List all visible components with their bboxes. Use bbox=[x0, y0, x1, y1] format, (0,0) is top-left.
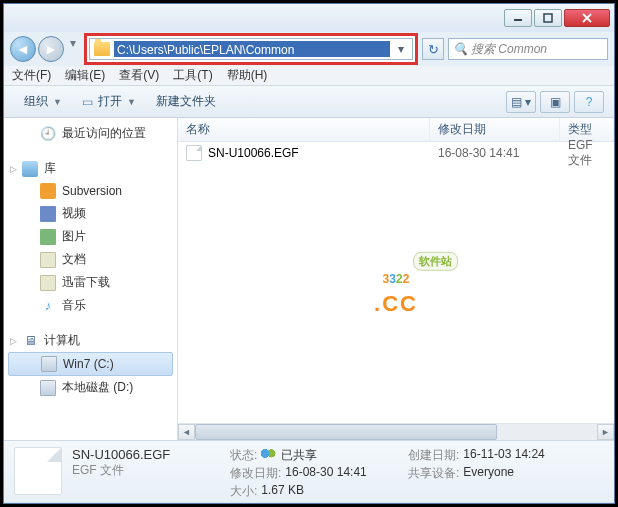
pictures-icon bbox=[40, 229, 56, 245]
tree-docs[interactable]: 文档 bbox=[4, 248, 177, 271]
preview-pane-button[interactable]: ▣ bbox=[540, 91, 570, 113]
menu-tools[interactable]: 工具(T) bbox=[173, 67, 212, 84]
shared-value: Everyone bbox=[463, 465, 514, 481]
tree-svn[interactable]: Subversion bbox=[4, 180, 177, 202]
search-placeholder: 搜索 Common bbox=[471, 41, 547, 58]
folder-icon bbox=[94, 42, 110, 56]
view-options-button[interactable]: ▤ ▾ bbox=[506, 91, 536, 113]
nav-row: ◄ ► ▾ C:\Users\Public\EPLAN\Common ▾ ↻ 🔍… bbox=[4, 32, 614, 66]
nav-tree: 🕘最近访问的位置 ▷库 Subversion 视频 图片 文档 迅雷下载 ♪音乐… bbox=[4, 118, 178, 440]
search-input[interactable]: 🔍 搜索 Common bbox=[448, 38, 608, 60]
col-modified[interactable]: 修改日期 bbox=[430, 118, 560, 141]
status-value: 已共享 bbox=[281, 447, 317, 463]
file-list: 名称 修改日期 类型 SN-U10066.EGF 16-08-30 14:41 … bbox=[178, 118, 614, 440]
svg-rect-1 bbox=[544, 14, 552, 22]
expand-icon[interactable]: ▷ bbox=[10, 164, 17, 174]
docs-icon bbox=[40, 252, 56, 268]
tree-pictures[interactable]: 图片 bbox=[4, 225, 177, 248]
menu-file[interactable]: 文件(F) bbox=[12, 67, 51, 84]
xunlei-icon bbox=[40, 275, 56, 291]
address-highlight: C:\Users\Public\EPLAN\Common ▾ bbox=[84, 33, 418, 65]
titlebar bbox=[4, 4, 614, 32]
file-name: SN-U10066.EGF bbox=[208, 146, 299, 160]
music-icon: ♪ bbox=[40, 298, 56, 314]
menu-edit[interactable]: 编辑(E) bbox=[65, 67, 105, 84]
tree-recent[interactable]: 🕘最近访问的位置 bbox=[4, 122, 177, 145]
menu-view[interactable]: 查看(V) bbox=[119, 67, 159, 84]
menubar: 文件(F) 编辑(E) 查看(V) 工具(T) 帮助(H) bbox=[4, 66, 614, 86]
back-button[interactable]: ◄ bbox=[10, 36, 36, 62]
library-icon bbox=[22, 161, 38, 177]
tree-c-drive[interactable]: Win7 (C:) bbox=[8, 352, 173, 376]
scroll-thumb[interactable] bbox=[195, 424, 497, 440]
scroll-track[interactable] bbox=[195, 424, 597, 440]
drive-icon bbox=[40, 380, 56, 396]
share-icon bbox=[261, 447, 277, 463]
file-modified: 16-08-30 14:41 bbox=[430, 146, 560, 160]
address-bar[interactable]: C:\Users\Public\EPLAN\Common ▾ bbox=[89, 38, 413, 60]
organize-button[interactable]: 组织▼ bbox=[14, 90, 72, 113]
menu-help[interactable]: 帮助(H) bbox=[227, 67, 268, 84]
size-label: 大小: bbox=[230, 483, 257, 499]
file-icon bbox=[186, 145, 202, 161]
forward-button[interactable]: ► bbox=[38, 36, 64, 62]
recent-icon: 🕘 bbox=[40, 126, 56, 142]
video-icon bbox=[40, 206, 56, 222]
tree-computer[interactable]: ▷🖥计算机 bbox=[4, 329, 177, 352]
watermark: 3322 软件站 .CC bbox=[374, 254, 418, 317]
h-scrollbar[interactable]: ◄ ► bbox=[178, 423, 614, 440]
minimize-button[interactable] bbox=[504, 9, 532, 27]
new-folder-button[interactable]: 新建文件夹 bbox=[146, 90, 226, 113]
tree-music[interactable]: ♪音乐 bbox=[4, 294, 177, 317]
modified-label: 修改日期: bbox=[230, 465, 281, 481]
details-pane: SN-U10066.EGF EGF 文件 状态:已共享 创建日期:16-11-0… bbox=[4, 440, 614, 502]
explorer-window: ◄ ► ▾ C:\Users\Public\EPLAN\Common ▾ ↻ 🔍… bbox=[3, 3, 615, 504]
details-file-icon bbox=[14, 447, 62, 495]
col-name[interactable]: 名称 bbox=[178, 118, 430, 141]
tree-library[interactable]: ▷库 bbox=[4, 157, 177, 180]
size-value: 1.67 KB bbox=[261, 483, 304, 499]
tree-d-drive[interactable]: 本地磁盘 (D:) bbox=[4, 376, 177, 399]
help-icon-button[interactable]: ? bbox=[574, 91, 604, 113]
file-type: EGF 文件 bbox=[560, 138, 614, 169]
open-button[interactable]: ▭打开▼ bbox=[72, 90, 146, 113]
svn-icon bbox=[40, 183, 56, 199]
file-row[interactable]: SN-U10066.EGF 16-08-30 14:41 EGF 文件 bbox=[178, 142, 614, 164]
nav-history-dropdown[interactable]: ▾ bbox=[66, 36, 80, 50]
tree-xunlei[interactable]: 迅雷下载 bbox=[4, 271, 177, 294]
expand-icon[interactable]: ▷ bbox=[10, 336, 17, 346]
column-header: 名称 修改日期 类型 bbox=[178, 118, 614, 142]
scroll-right-button[interactable]: ► bbox=[597, 424, 614, 440]
search-icon: 🔍 bbox=[453, 42, 467, 56]
details-filename: SN-U10066.EGF bbox=[72, 447, 222, 462]
computer-icon: 🖥 bbox=[22, 333, 38, 349]
created-value: 16-11-03 14:24 bbox=[463, 447, 544, 463]
created-label: 创建日期: bbox=[408, 447, 459, 463]
address-text[interactable]: C:\Users\Public\EPLAN\Common bbox=[114, 41, 390, 57]
shared-label: 共享设备: bbox=[408, 465, 459, 481]
drive-icon bbox=[41, 356, 57, 372]
modified-value: 16-08-30 14:41 bbox=[285, 465, 366, 481]
close-button[interactable] bbox=[564, 9, 610, 27]
toolbar: 组织▼ ▭打开▼ 新建文件夹 ▤ ▾ ▣ ? bbox=[4, 86, 614, 118]
status-label: 状态: bbox=[230, 447, 257, 463]
address-dropdown-icon[interactable]: ▾ bbox=[394, 42, 408, 56]
refresh-button[interactable]: ↻ bbox=[422, 38, 444, 60]
tree-video[interactable]: 视频 bbox=[4, 202, 177, 225]
scroll-left-button[interactable]: ◄ bbox=[178, 424, 195, 440]
maximize-button[interactable] bbox=[534, 9, 562, 27]
